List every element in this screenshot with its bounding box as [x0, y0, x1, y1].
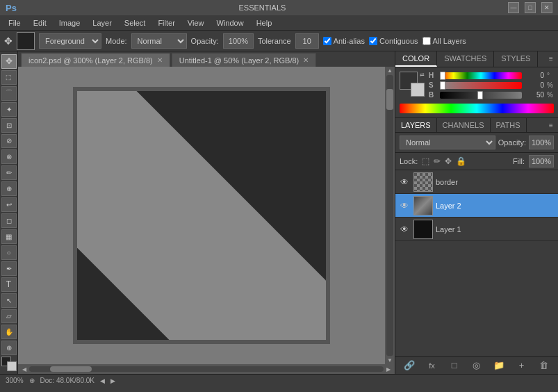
- scroll-down-arrow[interactable]: ▼: [387, 357, 393, 364]
- tab-untitled-close[interactable]: ✕: [303, 56, 309, 64]
- fill-input[interactable]: [529, 155, 554, 168]
- layer-2[interactable]: 👁 Layer 2: [395, 194, 558, 218]
- saturation-slider[interactable]: [440, 82, 522, 89]
- bg-color-swatch[interactable]: [411, 83, 425, 97]
- new-layer-button[interactable]: +: [515, 359, 529, 373]
- brush-tool[interactable]: ✏: [1, 165, 17, 180]
- zoom-tool[interactable]: ⊕: [1, 341, 17, 355]
- dodge-tool[interactable]: ○: [1, 245, 17, 260]
- contiguous-label: Contiguous: [379, 37, 418, 45]
- hue-slider[interactable]: [440, 72, 522, 79]
- fg-bg-colors[interactable]: [1, 357, 17, 371]
- layers-footer: 🔗 fx □ ◎ 📁 + 🗑: [395, 356, 558, 374]
- menu-window[interactable]: Window: [211, 17, 249, 28]
- delete-layer-button[interactable]: 🗑: [537, 359, 551, 373]
- pen-tool[interactable]: ✒: [1, 261, 17, 276]
- opacity-input[interactable]: [529, 136, 554, 149]
- horizontal-scrollbar[interactable]: ◀ ▶: [18, 364, 395, 374]
- status-left-arrow[interactable]: ◀: [100, 377, 105, 384]
- lock-transparent-icon[interactable]: ⬚: [422, 156, 429, 166]
- hand-tool[interactable]: ✋: [1, 325, 17, 339]
- color-spectrum[interactable]: [400, 104, 554, 113]
- close-button[interactable]: ✕: [541, 2, 552, 13]
- tolerance-input[interactable]: [295, 33, 319, 49]
- layer-effects-button[interactable]: fx: [425, 359, 438, 373]
- shape-tool[interactable]: ▱: [1, 309, 17, 324]
- path-selection-tool[interactable]: ↖: [1, 293, 17, 308]
- layer-border-visibility[interactable]: 👁: [398, 176, 411, 188]
- scroll-left-arrow[interactable]: ◀: [19, 364, 29, 374]
- brightness-slider[interactable]: [440, 92, 522, 99]
- layers-panel-menu[interactable]: ≡: [544, 118, 558, 132]
- crop-tool[interactable]: ⊡: [1, 118, 17, 133]
- opacity-label: Opacity:: [191, 37, 219, 45]
- tab-untitled[interactable]: Untitled-1 @ 50% (Layer 2, RGB/8) ✕: [172, 53, 317, 67]
- lock-all-icon[interactable]: 🔒: [456, 156, 466, 166]
- tab-layers[interactable]: LAYERS: [395, 118, 437, 132]
- swap-colors-icon[interactable]: ⇄: [420, 72, 425, 78]
- v-scroll-thumb[interactable]: [386, 89, 393, 110]
- lasso-tool[interactable]: ⌒: [1, 86, 17, 101]
- scroll-up-arrow[interactable]: ▲: [387, 67, 393, 74]
- mode-select[interactable]: Normal: [131, 33, 187, 49]
- menu-layer[interactable]: Layer: [87, 17, 117, 28]
- lock-label: Lock:: [400, 157, 418, 165]
- menu-view[interactable]: View: [182, 17, 210, 28]
- tab-styles[interactable]: STYLES: [494, 51, 538, 67]
- menu-image[interactable]: Image: [54, 17, 86, 28]
- status-right-arrow[interactable]: ▶: [110, 377, 115, 384]
- scroll-right-arrow[interactable]: ▶: [384, 364, 393, 374]
- menu-filter[interactable]: Filter: [152, 17, 180, 28]
- blend-mode-select[interactable]: Normal: [400, 136, 495, 149]
- layer-border[interactable]: 👁 border: [395, 170, 558, 194]
- tab-paths[interactable]: PATHS: [491, 118, 527, 132]
- tab-icon2[interactable]: icon2.psd @ 300% (Layer 2, RGB/8) ✕: [21, 53, 170, 67]
- status-icon[interactable]: ⊕: [29, 377, 35, 384]
- eyedropper-tool[interactable]: ⊘: [1, 134, 17, 149]
- lock-position-icon[interactable]: ✥: [445, 156, 452, 166]
- vertical-scrollbar[interactable]: ▲ ▼: [385, 67, 395, 364]
- foreground-select[interactable]: Foreground: [39, 33, 101, 49]
- foreground-swatch[interactable]: [17, 32, 35, 50]
- menu-file[interactable]: File: [3, 17, 26, 28]
- h-scroll-thumb[interactable]: [50, 366, 92, 372]
- layer-1-visibility[interactable]: 👁: [398, 223, 411, 236]
- hue-thumb[interactable]: [440, 72, 445, 80]
- layer-1[interactable]: 👁 Layer 1: [395, 218, 558, 241]
- saturation-thumb[interactable]: [440, 81, 445, 90]
- menu-help[interactable]: Help: [251, 17, 278, 28]
- layer-2-thumbnail: [413, 196, 433, 215]
- contiguous-checkbox[interactable]: [369, 37, 377, 45]
- tab-color[interactable]: COLOR: [395, 51, 437, 67]
- maximize-button[interactable]: □: [525, 2, 536, 13]
- new-group-button[interactable]: 📁: [492, 359, 506, 373]
- new-adjustment-button[interactable]: ◎: [470, 359, 484, 373]
- type-tool[interactable]: T: [1, 277, 17, 292]
- menu-edit[interactable]: Edit: [28, 17, 52, 28]
- lock-image-icon[interactable]: ✏: [434, 156, 441, 166]
- layer-2-name: Layer 2: [436, 202, 555, 210]
- all-layers-checkbox[interactable]: [422, 37, 431, 45]
- opacity-input[interactable]: [223, 33, 254, 49]
- minimize-button[interactable]: —: [508, 2, 519, 13]
- link-layers-button[interactable]: 🔗: [402, 359, 416, 373]
- move-tool[interactable]: ✥: [1, 54, 17, 69]
- add-mask-button[interactable]: □: [448, 359, 461, 373]
- heal-tool[interactable]: ⊗: [1, 149, 17, 164]
- color-panel: COLOR SWATCHES STYLES ≡ ⇄ H: [395, 51, 558, 118]
- color-panel-menu[interactable]: ≡: [544, 51, 558, 65]
- brightness-thumb[interactable]: [477, 91, 483, 99]
- marquee-tool[interactable]: ⬚: [1, 70, 17, 85]
- menu-select[interactable]: Select: [119, 17, 151, 28]
- magic-wand-tool[interactable]: ✦: [1, 102, 17, 117]
- tab-swatches[interactable]: SWATCHES: [437, 51, 494, 67]
- tab-channels[interactable]: CHANNELS: [437, 118, 491, 132]
- anti-alias-checkbox[interactable]: [323, 37, 331, 45]
- eraser-tool[interactable]: ◻: [1, 213, 17, 228]
- canvas-viewport[interactable]: [18, 67, 385, 364]
- clone-tool[interactable]: ⊕: [1, 181, 17, 196]
- gradient-tool[interactable]: ▦: [1, 229, 17, 244]
- layer-2-visibility[interactable]: 👁: [398, 199, 411, 212]
- history-brush[interactable]: ↩: [1, 197, 17, 212]
- tab-icon2-close[interactable]: ✕: [157, 56, 163, 64]
